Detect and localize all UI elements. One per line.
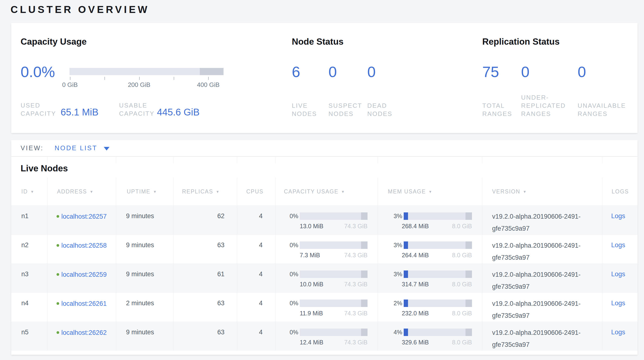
dead-nodes-label: DEAD NODES <box>367 102 398 118</box>
logs-link[interactable]: Logs <box>611 212 625 220</box>
mem-bar-reserved <box>466 328 472 336</box>
node-address-link[interactable]: localhost:26259 <box>61 271 106 278</box>
capacity-usage-title: Capacity Usage <box>20 37 87 47</box>
capacity-bar-reserved <box>361 241 368 249</box>
cpus-cell: 4 <box>237 206 276 235</box>
node-address-link[interactable]: localhost:26262 <box>61 329 106 336</box>
axis-label-400: 400 GiB <box>197 81 220 89</box>
live-nodes-label: LIVE NODES <box>292 102 322 118</box>
replicas-cell: 63 <box>174 322 237 351</box>
logs-cell: Logs <box>602 293 638 322</box>
mem-bar <box>404 270 472 278</box>
capacity-axis-ticks <box>70 77 224 80</box>
table-row: n4 localhost:26261 2 minutes 63 4 0% 11.… <box>11 293 638 322</box>
suspect-nodes-label: SUSPECT NODES <box>328 102 366 118</box>
mem-usage-cell: 4% 329.6 MiB 8.0 GiB <box>378 322 482 351</box>
sort-arrow-icon: ▼ <box>153 190 157 194</box>
mem-usage-cell: 3% 264.4 MiB 8.0 GiB <box>378 235 482 264</box>
version-cell: v19.2.0-alpha.20190606-2491-gfe735c9a97 <box>482 206 602 235</box>
capacity-bar-reserved <box>361 270 368 278</box>
column-header-logs: LOGS <box>602 177 638 206</box>
node-address-link[interactable]: localhost:26257 <box>61 213 106 220</box>
sort-arrow-icon: ▼ <box>90 190 94 194</box>
column-header-uptime[interactable]: UPTIME▼ <box>116 177 174 206</box>
mem-bar <box>404 299 472 307</box>
node-address-cell: localhost:26257 <box>48 206 116 235</box>
logs-link[interactable]: Logs <box>611 270 625 278</box>
capacity-usage-cell: 0% 13.0 MiB 74.3 GiB <box>276 206 378 235</box>
uptime-cell: 9 minutes <box>116 264 174 293</box>
view-dropdown[interactable]: NODE LIST <box>54 144 110 152</box>
capacity-bar <box>300 328 368 336</box>
node-address-link[interactable]: localhost:26261 <box>61 300 106 307</box>
column-header-replicas[interactable]: REPLICAS▼ <box>174 177 237 206</box>
column-header-id[interactable]: ID▼ <box>11 177 48 206</box>
live-nodes-card: Live Nodes ID▼ ADDRESS▼ UPTIME▼ REPLICAS… <box>11 156 638 355</box>
capacity-meter-reserved-bar <box>200 68 224 75</box>
live-nodes-title: Live Nodes <box>20 163 68 174</box>
version-cell: v19.2.0-alpha.20190606-2491-gfe735c9a97 <box>482 264 602 293</box>
column-header-address[interactable]: ADDRESS▼ <box>48 177 116 206</box>
node-id-cell: n1 <box>11 206 48 235</box>
mem-bar-used <box>404 270 408 278</box>
uptime-cell: 9 minutes <box>116 206 174 235</box>
capacity-bar-reserved <box>361 328 368 336</box>
uptime-cell: 9 minutes <box>116 235 174 264</box>
table-row: n2 localhost:26258 9 minutes 63 4 0% 7.3… <box>11 235 638 264</box>
logs-cell: Logs <box>602 206 638 235</box>
mem-bar-reserved <box>466 270 472 278</box>
live-nodes-count: 6 <box>292 63 300 80</box>
live-status-dot-icon <box>56 215 59 218</box>
node-id-cell: n5 <box>11 322 48 351</box>
page-title: CLUSTER OVERVIEW <box>10 4 150 15</box>
sort-arrow-icon: ▼ <box>428 190 433 194</box>
mem-bar <box>404 212 472 220</box>
table-header-row: ID▼ ADDRESS▼ UPTIME▼ REPLICAS▼ CPUS CAPA… <box>11 177 638 206</box>
node-address-cell: localhost:26261 <box>48 293 116 322</box>
version-cell: v19.2.0-alpha.20190606-2491-gfe735c9a97 <box>482 235 602 264</box>
total-ranges-label: TOTAL RANGES <box>482 102 516 118</box>
dead-nodes-count: 0 <box>367 63 376 80</box>
node-address-link[interactable]: localhost:26258 <box>61 242 106 249</box>
cpus-cell: 4 <box>237 293 276 322</box>
mem-bar-reserved <box>466 241 472 249</box>
axis-label-0: 0 GiB <box>62 81 78 89</box>
version-cell: v19.2.0-alpha.20190606-2491-gfe735c9a97 <box>482 322 602 351</box>
mem-bar-reserved <box>466 212 472 220</box>
sort-arrow-icon: ▼ <box>216 190 220 194</box>
column-header-capacity-usage[interactable]: CAPACITY USAGE▼ <box>276 177 378 206</box>
under-replicated-ranges-label: UNDER-REPLICATED RANGES <box>521 93 574 118</box>
logs-link[interactable]: Logs <box>611 328 625 336</box>
used-capacity-stat: USED CAPACITY 65.1 MiB <box>20 101 56 118</box>
view-selected-value: NODE LIST <box>54 144 98 152</box>
logs-link[interactable]: Logs <box>611 299 625 307</box>
mem-bar-reserved <box>466 299 472 307</box>
mem-bar-used <box>404 212 408 220</box>
capacity-usage-section: Capacity Usage 0.0% 0 GiB 200 GiB 400 Gi… <box>20 23 279 133</box>
capacity-bar <box>300 241 368 249</box>
usable-capacity-label: USABLE CAPACITY <box>119 101 154 118</box>
replicas-cell: 62 <box>174 206 237 235</box>
usable-capacity-value: 445.6 GiB <box>157 107 200 117</box>
column-header-mem-usage[interactable]: MEM USAGE▼ <box>378 177 482 206</box>
table-body: n1 localhost:26257 9 minutes 62 4 0% 13.… <box>11 206 638 351</box>
replication-status-title: Replication Status <box>482 37 560 47</box>
cpus-cell: 4 <box>237 322 276 351</box>
capacity-bar <box>300 270 368 278</box>
cluster-summary-card: Capacity Usage 0.0% 0 GiB 200 GiB 400 Gi… <box>11 23 638 133</box>
suspect-nodes-count: 0 <box>328 63 337 80</box>
capacity-bar <box>300 299 368 307</box>
capacity-usage-cell: 0% 11.9 MiB 74.3 GiB <box>276 293 378 322</box>
table-row: n3 localhost:26259 9 minutes 61 4 0% 10.… <box>11 264 638 293</box>
capacity-bar-reserved <box>361 299 368 307</box>
partial-next-row <box>11 156 638 160</box>
mem-bar-used <box>404 241 408 249</box>
cpus-cell: 4 <box>237 264 276 293</box>
column-header-version[interactable]: VERSION▼ <box>482 177 602 206</box>
live-status-dot-icon <box>56 331 59 334</box>
logs-link[interactable]: Logs <box>611 241 625 249</box>
view-bar: VIEW: NODE LIST <box>11 140 638 156</box>
capacity-usage-cell: 0% 12.4 MiB 74.3 GiB <box>276 322 378 351</box>
mem-usage-cell: 3% 268.4 MiB 8.0 GiB <box>378 206 482 235</box>
used-capacity-label: USED CAPACITY <box>20 101 56 118</box>
